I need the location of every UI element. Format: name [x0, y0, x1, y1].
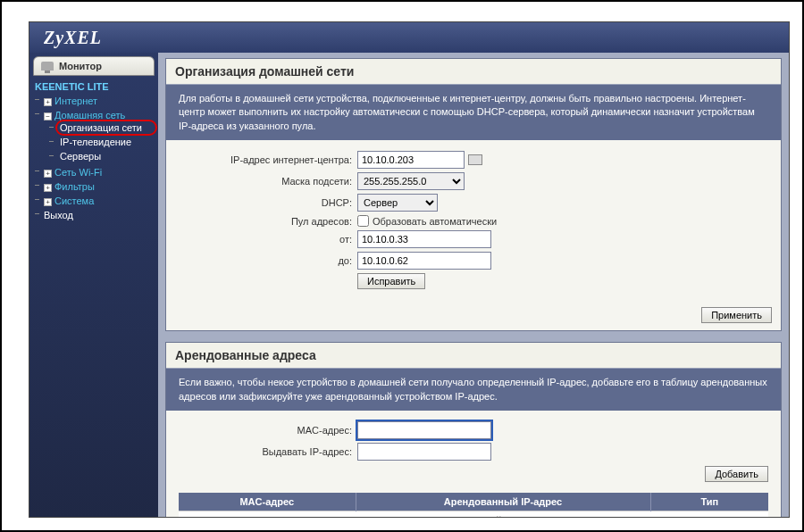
pool-auto-checkbox[interactable] — [357, 215, 369, 227]
from-label: от: — [179, 234, 357, 245]
nav-label: Интернет — [54, 96, 97, 106]
to-label: до: — [179, 255, 357, 266]
apply-button[interactable]: Применить — [701, 307, 772, 323]
expand-icon[interactable]: + — [44, 98, 52, 106]
brand-logo: ZyXEL — [44, 28, 102, 48]
panel-title: Арендованные адреса — [166, 343, 781, 369]
lease-ip-input[interactable] — [357, 443, 491, 461]
expand-icon[interactable]: + — [44, 184, 52, 192]
nav-sub-label: Серверы — [60, 151, 101, 162]
expand-icon[interactable]: + — [44, 198, 52, 206]
monitor-label: Монитор — [59, 61, 102, 71]
pool-from-input[interactable] — [357, 230, 491, 248]
ip-input[interactable] — [357, 151, 465, 169]
monitor-icon — [41, 62, 54, 71]
panel-title: Организация домашней сети — [166, 59, 781, 85]
mac-input[interactable] — [357, 421, 491, 439]
add-button[interactable]: Добавить — [705, 466, 768, 482]
nav-org-net[interactable]: Организация сети — [56, 121, 156, 135]
expand-icon[interactable]: + — [44, 170, 52, 178]
mask-select[interactable]: 255.255.255.0 — [357, 172, 465, 190]
table-empty: Нет записей — [179, 511, 768, 517]
col-mac: MAC-адрес — [179, 493, 356, 511]
nav-iptv[interactable]: IP-телевидение — [56, 135, 156, 149]
nav-sub-label: IP-телевидение — [60, 137, 131, 147]
content-area: Организация домашней сети Для работы в д… — [158, 53, 789, 517]
nav-label: Домашняя сеть — [54, 110, 125, 121]
dhcp-select[interactable]: Сервер — [357, 194, 438, 212]
nav-wifi[interactable]: +Сеть Wi-Fi — [35, 165, 158, 179]
nav-label: Система — [54, 195, 94, 206]
col-type: Тип — [650, 493, 768, 511]
col-ip: Арендованный IP-адрес — [356, 493, 650, 511]
mac-label: MAC-адрес: — [179, 425, 357, 436]
nav-internet[interactable]: +Интернет — [35, 94, 158, 108]
header: ZyXEL — [29, 22, 789, 53]
nav-label: Выход — [44, 210, 73, 220]
device-name: KEENETIC LITE — [29, 79, 158, 94]
ip-label: IP-адрес интернет-центра: — [179, 154, 357, 165]
collapse-icon[interactable]: − — [44, 112, 52, 121]
panel-home-net: Организация домашней сети Для работы в д… — [165, 58, 782, 331]
lease-table: MAC-адрес Арендованный IP-адрес Тип Нет … — [179, 493, 768, 517]
panel-desc: Для работы в домашней сети устройства, п… — [166, 85, 781, 140]
sidebar: Монитор KEENETIC LITE +Интернет −Домашня… — [29, 53, 158, 517]
panel-leases: Арендованные адреса Если важно, чтобы не… — [165, 342, 782, 517]
pool-to-input[interactable] — [357, 252, 491, 270]
mask-label: Маска подсети: — [179, 176, 357, 187]
nav-label: Сеть Wi-Fi — [54, 167, 102, 178]
lease-ip-label: Выдавать IP-адрес: — [179, 446, 357, 457]
nav-sub-label: Организация сети — [60, 122, 142, 133]
fix-button[interactable]: Исправить — [357, 273, 425, 289]
nav-home-net[interactable]: −Домашняя сеть Организация сети IP-телев… — [35, 108, 158, 165]
nav-exit[interactable]: Выход — [35, 208, 158, 222]
nav-system[interactable]: +Система — [35, 194, 158, 208]
nav-label: Фильтры — [54, 181, 95, 192]
pool-label: Пул адресов: — [179, 216, 357, 227]
monitor-tab[interactable]: Монитор — [33, 56, 155, 76]
pool-auto-label: Образовать автоматически — [373, 216, 497, 227]
nav-servers[interactable]: Серверы — [56, 149, 156, 163]
nav-filters[interactable]: +Фильтры — [35, 179, 158, 194]
dhcp-label: DHCP: — [179, 197, 357, 208]
panel-desc: Если важно, чтобы некое устройство в дом… — [166, 369, 781, 411]
nic-icon[interactable] — [468, 154, 482, 165]
